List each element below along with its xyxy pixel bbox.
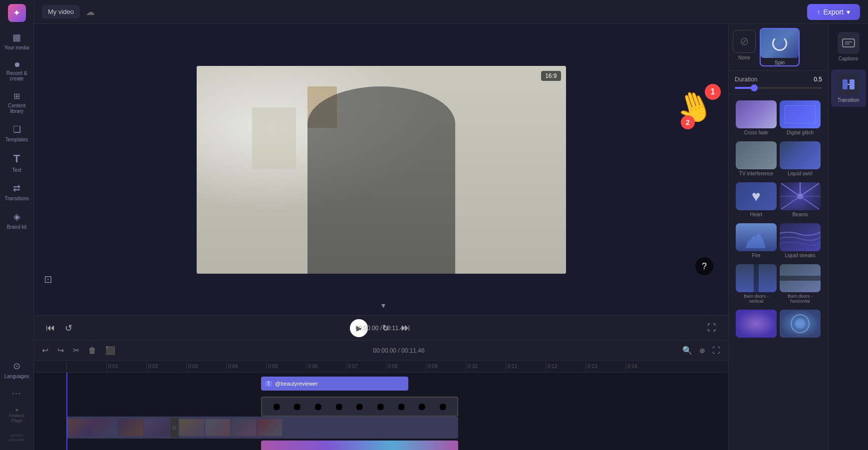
help-button[interactable]: ? bbox=[695, 257, 713, 275]
topbar: My video ☁ ↑ Export ▾ bbox=[34, 0, 868, 24]
timeline-ruler: 0:01 0:02 0:03 0:04 0:05 0:06 0:07 0:08 … bbox=[34, 361, 728, 373]
zoom-in-button[interactable]: ⊕ bbox=[697, 345, 707, 357]
video-clip[interactable]: ⊡ bbox=[66, 417, 458, 439]
ruler-marks: 0:01 0:02 0:03 0:04 0:05 0:06 0:07 0:08 … bbox=[66, 363, 665, 371]
sidebar-item-content-library[interactable]: ⊞ Contentlibrary bbox=[2, 87, 32, 118]
save-frame-button[interactable]: ⬛ bbox=[103, 344, 117, 357]
duration-label-text: Duration bbox=[735, 76, 757, 83]
screenshot-icon[interactable]: ⊡ bbox=[44, 273, 52, 285]
sidebar-item-feature-flags[interactable]: ⚑FeatureFlags bbox=[2, 404, 32, 427]
transitions-row-2: TV interference Liquid swirl bbox=[733, 139, 824, 178]
transition-label: Transition bbox=[838, 97, 860, 103]
sidebar-item-version: Versione8bed60 bbox=[2, 429, 32, 446]
app-logo: ✦ bbox=[8, 4, 26, 22]
zoom-controls: 🔍 ⊕ ⛶ bbox=[680, 344, 722, 357]
sidebar-item-languages[interactable]: ⊙ Languages bbox=[2, 357, 32, 383]
beams-thumb bbox=[780, 182, 821, 210]
controls-right: ⛶ bbox=[705, 321, 718, 335]
captions-label: Captions bbox=[839, 56, 858, 61]
sidebar-item-brand-kit[interactable]: ◈ Brand kit bbox=[2, 207, 32, 234]
transitions-icon: ⇄ bbox=[13, 183, 20, 194]
transitions-grid: Cross fade Digital glitch TV interferenc… bbox=[729, 94, 828, 345]
transitions-row-6 bbox=[733, 308, 824, 341]
transition-heart[interactable]: ♥ Heart bbox=[736, 182, 777, 217]
heart-label: Heart bbox=[750, 212, 762, 217]
transitions-panel: ⊘ None Spin Duration 0.5 bbox=[728, 24, 828, 450]
timeline-timecode: 00:00.00 / 00:11.46 bbox=[122, 347, 675, 354]
redo-button[interactable]: ↪ bbox=[55, 344, 66, 357]
svg-line-0 bbox=[780, 182, 800, 196]
transition-panel-item[interactable]: Transition bbox=[831, 69, 866, 107]
swirl1-thumb bbox=[736, 310, 777, 338]
emoji-clip[interactable]: ⏺ ⏺ ⏺ ⏺ ⏺ ⏺ ⏺ ⏺ ⏺ bbox=[261, 397, 458, 417]
export-icon: ↑ bbox=[817, 8, 821, 16]
transition-cross-fade[interactable]: Cross fade bbox=[736, 100, 777, 135]
transition-fire[interactable]: Fire bbox=[736, 223, 777, 258]
project-name-input[interactable]: My video bbox=[42, 5, 80, 18]
transition-swirl1[interactable] bbox=[736, 310, 777, 339]
zoom-out-button[interactable]: 🔍 bbox=[680, 344, 694, 357]
transition-barn-horizontal[interactable]: Barn doors -horizontal bbox=[780, 264, 821, 304]
sidebar-item-text[interactable]: T Text bbox=[2, 148, 32, 177]
sidebar-item-more[interactable]: ··· bbox=[2, 385, 32, 402]
timeline-playhead[interactable] bbox=[66, 373, 67, 450]
duration-value: 0.5 bbox=[814, 76, 822, 83]
duration-thumb[interactable] bbox=[751, 84, 758, 91]
svg-line-2 bbox=[780, 196, 800, 210]
none-transition[interactable]: ⊘ None bbox=[733, 28, 756, 60]
cross-fade-thumb bbox=[736, 100, 777, 128]
transition-barn-vertical[interactable]: Barn doors -vertical bbox=[736, 264, 777, 304]
transition-liquid-streaks[interactable]: Liquid streaks bbox=[780, 223, 821, 258]
content-library-icon: ⊞ bbox=[13, 91, 20, 101]
emoji-track: ⏺ ⏺ ⏺ ⏺ ⏺ ⏺ ⏺ ⏺ ⏺ bbox=[66, 397, 728, 415]
brand-kit-icon: ◈ bbox=[13, 211, 20, 222]
video-track: ⊡ bbox=[66, 417, 728, 439]
fullscreen-button[interactable]: ⛶ bbox=[705, 321, 718, 335]
video-scene bbox=[197, 66, 566, 274]
digital-glitch-thumb bbox=[780, 100, 821, 128]
barn-vertical-thumb bbox=[736, 264, 777, 292]
rewind-button[interactable]: ↺ bbox=[63, 321, 74, 336]
sidebar-item-templates[interactable]: ❏ Templates bbox=[2, 120, 32, 146]
transition-digital-glitch[interactable]: Digital glitch bbox=[780, 100, 821, 135]
audio-clip[interactable] bbox=[261, 441, 458, 450]
timeline-tracks: T @beautyreviewer ⏺ ⏺ ⏺ ⏺ ⏺ bbox=[34, 373, 728, 450]
barn-horizontal-thumb bbox=[780, 264, 821, 292]
duration-slider[interactable] bbox=[735, 87, 822, 89]
transition-beams[interactable]: Beams bbox=[780, 182, 821, 217]
audio-track bbox=[66, 441, 728, 450]
transition-liquid-swirl[interactable]: Liquid swirl bbox=[780, 141, 821, 176]
time-display: 00:00.00 / 00:11.46 bbox=[355, 325, 407, 332]
person-silhouette bbox=[307, 86, 455, 273]
undo-button[interactable]: ↩ bbox=[40, 344, 50, 357]
svg-rect-22 bbox=[850, 79, 855, 89]
chevron-down-icon[interactable]: ▾ bbox=[381, 301, 385, 310]
export-chevron-icon: ▾ bbox=[847, 8, 850, 16]
export-button[interactable]: ↑ Export ▾ bbox=[807, 4, 860, 20]
delete-button[interactable]: 🗑 bbox=[86, 344, 98, 357]
languages-icon: ⊙ bbox=[13, 361, 20, 372]
spin-label: Spin bbox=[775, 60, 785, 65]
video-frame: 16:9 bbox=[197, 66, 566, 274]
transition-swirl2[interactable] bbox=[780, 310, 821, 339]
sidebar-item-transitions[interactable]: ⇄ Transitions bbox=[2, 179, 32, 205]
cut-button[interactable]: ✂ bbox=[71, 344, 81, 357]
captions-panel-item[interactable]: Captions bbox=[831, 28, 866, 65]
svg-line-1 bbox=[800, 182, 821, 196]
left-sidebar: ✦ ▦ Your media ⏺ Record &create ⊞ Conten… bbox=[0, 0, 34, 450]
cross-fade-label: Cross fade bbox=[744, 130, 768, 135]
sidebar-item-your-media[interactable]: ▦ Your media bbox=[2, 28, 32, 54]
skip-start-button[interactable]: ⏮ bbox=[44, 321, 57, 335]
svg-line-3 bbox=[800, 196, 821, 210]
aspect-ratio-badge: 16:9 bbox=[541, 71, 561, 81]
sidebar-item-record-create[interactable]: ⏺ Record &create bbox=[2, 56, 32, 85]
digital-glitch-label: Digital glitch bbox=[787, 130, 814, 135]
tv-interference-thumb bbox=[736, 141, 777, 169]
transition-tv-interference[interactable]: TV interference bbox=[736, 141, 777, 176]
text-clip[interactable]: T @beautyreviewer bbox=[261, 377, 408, 391]
cursor-overlay: 🤚 1 2 bbox=[676, 89, 713, 124]
svg-rect-21 bbox=[843, 79, 848, 89]
expand-timeline-button[interactable]: ⛶ bbox=[710, 344, 722, 357]
spin-transition[interactable]: Spin bbox=[760, 28, 800, 66]
liquid-streaks-label: Liquid streaks bbox=[785, 253, 816, 258]
